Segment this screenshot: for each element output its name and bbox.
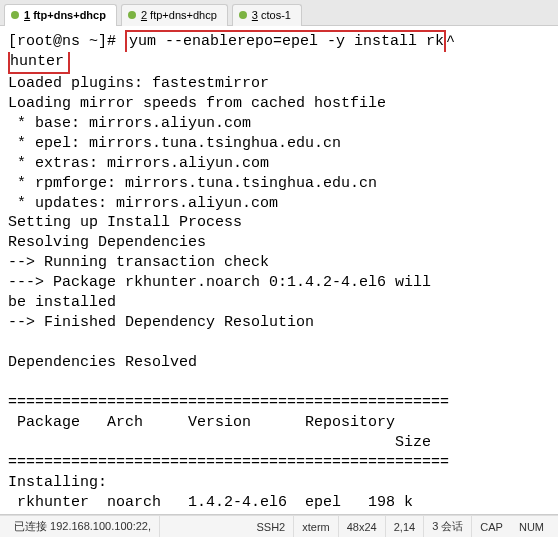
status-cap: CAP xyxy=(472,516,511,537)
status-bar: 已连接 192.168.100.100:22, SSH2 xterm 48x24… xyxy=(0,515,558,537)
command-highlight: hunter xyxy=(8,52,70,74)
status-dot-icon xyxy=(11,11,19,19)
tab-2[interactable]: 2 ftp+dns+dhcp xyxy=(121,4,228,26)
status-connection: 已连接 192.168.100.100:22, xyxy=(6,516,160,537)
status-protocol: SSH2 xyxy=(248,516,294,537)
terminal-output[interactable]: [root@ns ~]# yum --enablerepo=epel -y in… xyxy=(0,26,558,515)
tab-bar: 1 ftp+dns+dhcp 2 ftp+dns+dhcp 3 ctos-1 xyxy=(0,0,558,26)
tab-1[interactable]: 1 ftp+dns+dhcp xyxy=(4,4,117,26)
prompt: [root@ns ~]# xyxy=(8,33,125,50)
command-highlight: yum --enablerepo=epel -y install rk xyxy=(125,30,446,52)
terminal-body: Loaded plugins: fastestmirror Loading mi… xyxy=(8,75,449,511)
tab-label: ftp+dns+dhcp xyxy=(33,9,106,21)
tab-3[interactable]: 3 ctos-1 xyxy=(232,4,302,26)
status-dot-icon xyxy=(239,11,247,19)
tab-num: 3 xyxy=(252,9,258,21)
status-dot-icon xyxy=(128,11,136,19)
tab-num: 1 xyxy=(24,9,30,21)
status-sessions: 3 会话 xyxy=(424,516,472,537)
status-cursor-pos: 2,14 xyxy=(386,516,424,537)
tab-label: ctos-1 xyxy=(261,9,291,21)
tab-num: 2 xyxy=(141,9,147,21)
status-size: 48x24 xyxy=(339,516,386,537)
line-wrap-caret: ^ xyxy=(446,33,455,50)
status-num: NUM xyxy=(511,516,552,537)
status-term: xterm xyxy=(294,516,339,537)
tab-label: ftp+dns+dhcp xyxy=(150,9,217,21)
